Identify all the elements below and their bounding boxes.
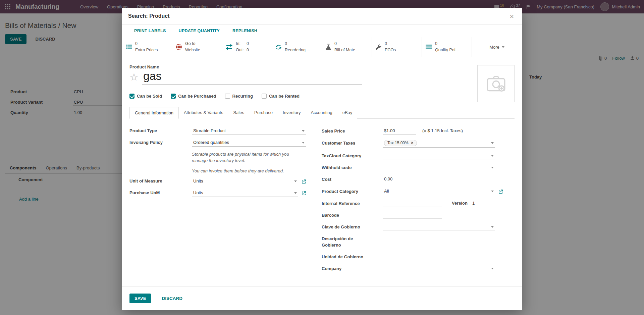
wrench-icon: [375, 44, 382, 50]
customer-taxes-input[interactable]: Tax 15.00% ✕: [383, 140, 495, 148]
taxcloud-category-label: TaxCloud Category: [322, 152, 383, 159]
dialog-footer: SAVE DISCARD: [122, 286, 522, 310]
can-be-sold-checkbox[interactable]: Can be Sold: [129, 94, 162, 99]
website-label-line1: Go to: [185, 41, 200, 47]
extra-prices-label: Extra Prices: [135, 47, 158, 53]
clave-de-gobierno-select[interactable]: [383, 223, 495, 230]
category-external-link-icon[interactable]: [498, 189, 503, 195]
list-icon: [425, 44, 432, 50]
product-name-label: Product Name: [129, 64, 515, 69]
tab-inventory[interactable]: Inventory: [278, 107, 306, 119]
withhold-code-label: Withhold code: [322, 164, 383, 171]
can-be-purchased-checkbox[interactable]: Can be Purchased: [171, 94, 216, 99]
go-to-website-button[interactable]: Go toWebsite: [172, 37, 222, 57]
replenish-button[interactable]: REPLENISH: [230, 28, 259, 34]
chevron-down-icon: [502, 46, 504, 49]
search-product-dialog: Search: Product × PRINT LABELS UPDATE QU…: [122, 8, 522, 310]
product-category-select[interactable]: All: [383, 188, 495, 195]
quality-count: 0: [435, 41, 459, 47]
update-quantity-button[interactable]: UPDATE QUANTITY: [177, 28, 222, 34]
withhold-code-select[interactable]: [383, 164, 495, 171]
checkbox-unchecked-icon: [262, 94, 267, 99]
product-notebook-tabs: General Information Attributes & Variant…: [129, 107, 515, 119]
flask-icon: [325, 44, 331, 50]
ecos-count: 0: [385, 41, 396, 47]
cost-input[interactable]: 0.00: [383, 176, 416, 183]
company-select[interactable]: [383, 265, 495, 272]
bill-of-materials-button[interactable]: 0Bill of Mate...: [322, 37, 372, 57]
tab-sales[interactable]: Sales: [228, 107, 249, 119]
reordering-count: 0: [285, 41, 310, 47]
purchase-uom-select[interactable]: Units: [192, 190, 298, 197]
product-type-select[interactable]: Storable Product: [192, 127, 306, 135]
ecos-label: ECOs: [385, 47, 396, 53]
cost-label: Cost: [322, 176, 383, 183]
out-value: 0: [247, 47, 249, 53]
sales-price-label: Sales Price: [322, 127, 383, 135]
tab-purchase[interactable]: Purchase: [249, 107, 278, 119]
storable-help-text: Storable products are physical items for…: [192, 151, 306, 164]
bom-label: Bill of Mate...: [334, 47, 359, 53]
barcode-label: Barcode: [322, 212, 383, 219]
refresh-icon: [275, 44, 282, 50]
internal-reference-label: Internal Reference: [322, 200, 383, 207]
swap-arrows-icon: [225, 44, 233, 50]
chevron-down-icon: [294, 180, 297, 183]
product-flags: Can be Sold Can be Purchased Recurring C…: [129, 94, 515, 99]
invoicing-policy-select[interactable]: Ordered quantities: [192, 139, 306, 147]
dialog-title: Search: Product: [128, 13, 170, 19]
dialog-body: Product Name ☆ gas Can be Sold Can be Pu…: [122, 57, 522, 286]
bom-count: 0: [334, 41, 359, 47]
invoicing-policy-label: Invoicing Policy: [129, 139, 192, 145]
close-icon[interactable]: ×: [508, 12, 516, 20]
tab-attributes-variants[interactable]: Attributes & Variants: [179, 107, 228, 119]
can-be-rented-checkbox[interactable]: Can be Rented: [262, 94, 300, 99]
extra-prices-button[interactable]: 0Extra Prices: [122, 37, 172, 57]
chevron-down-icon: [491, 268, 494, 271]
chevron-down-icon: [491, 167, 494, 170]
more-button[interactable]: More: [472, 37, 522, 57]
quality-points-button[interactable]: 0Quality Poi...: [422, 37, 472, 57]
uom-external-link-icon[interactable]: [302, 179, 306, 185]
reordering-rules-button[interactable]: 0Reordering ...: [272, 37, 322, 57]
descripcion-de-gobierno-input[interactable]: [383, 235, 495, 242]
stat-button-box: 0Extra Prices Go toWebsite In:0 Out:0 0R…: [122, 37, 522, 57]
unidad-de-gobierno-input[interactable]: [383, 253, 495, 260]
taxcloud-category-select[interactable]: [383, 152, 495, 159]
checkbox-checked-icon: [129, 94, 135, 99]
chevron-down-icon: [302, 130, 305, 133]
dialog-header: Search: Product ×: [122, 8, 522, 24]
chevron-down-icon: [302, 142, 305, 145]
website-label-line2: Website: [185, 47, 200, 53]
favorite-star-icon[interactable]: ☆: [129, 72, 139, 85]
uom-select[interactable]: Units: [192, 178, 298, 185]
dialog-action-bar: PRINT LABELS UPDATE QUANTITY REPLENISH: [122, 24, 522, 37]
customer-tax-tag[interactable]: Tax 15.00% ✕: [384, 140, 417, 147]
product-name-input[interactable]: gas: [142, 70, 362, 85]
chevron-down-icon: [491, 142, 494, 145]
sales-price-input[interactable]: $1.00: [383, 127, 416, 135]
modal-save-button[interactable]: SAVE: [129, 294, 151, 303]
tab-ebay[interactable]: eBay: [337, 107, 358, 119]
tab-general-information[interactable]: General Information: [129, 107, 179, 119]
recurring-checkbox[interactable]: Recurring: [225, 94, 253, 99]
remove-tag-icon[interactable]: ✕: [411, 141, 414, 145]
invoice-help-text: You can invoice them before they are del…: [192, 168, 306, 174]
product-image-placeholder[interactable]: [477, 65, 515, 102]
barcode-input[interactable]: [383, 212, 442, 219]
ecos-button[interactable]: 0ECOs: [372, 37, 422, 57]
purchase-uom-label: Purchase UoM: [129, 190, 192, 195]
chevron-down-icon: [491, 191, 494, 194]
purchase-uom-external-link-icon[interactable]: [302, 191, 306, 197]
internal-reference-input[interactable]: [383, 200, 442, 207]
product-category-label: Product Category: [322, 188, 383, 195]
in-value: 0: [247, 41, 249, 47]
tab-accounting[interactable]: Accounting: [306, 107, 337, 119]
inventory-in-out-button[interactable]: In:0 Out:0: [222, 37, 272, 57]
modal-discard-button[interactable]: DISCARD: [160, 296, 184, 301]
globe-icon: [175, 44, 182, 50]
unidad-de-gobierno-label: Unidad de Gobierno: [322, 253, 383, 260]
print-labels-button[interactable]: PRINT LABELS: [132, 28, 168, 34]
form-right-column: Sales Price $1.00 (= $ 1.15 Incl. Taxes)…: [322, 127, 515, 277]
checkbox-checked-icon: [171, 94, 176, 99]
